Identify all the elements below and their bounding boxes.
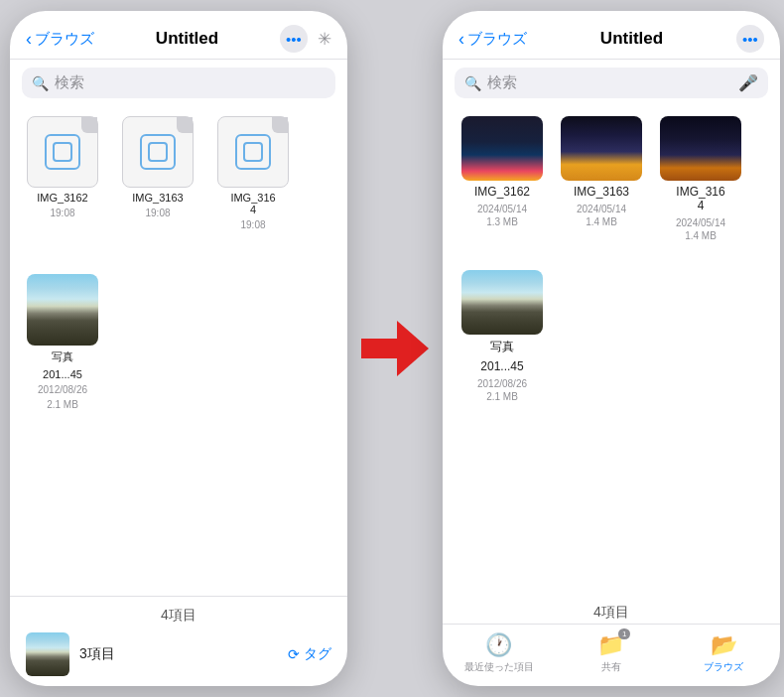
nav-item-recent[interactable]: 🕐 最近使った項目 <box>464 632 534 674</box>
more-options-button-right[interactable]: ••• <box>736 25 764 53</box>
back-label-right: ブラウズ <box>467 30 527 49</box>
back-label-left: ブラウズ <box>35 30 94 49</box>
right-header: ‹ ブラウズ Untitled ••• <box>443 11 780 60</box>
file-name-2: IMG_3163 <box>132 192 183 204</box>
search-placeholder-right: 検索 <box>487 73 732 92</box>
nav-label-shared: 共有 <box>601 660 621 674</box>
file-date-1: 19:08 <box>50 208 74 218</box>
list-item[interactable]: IMG_3162 2024/05/141.3 MB <box>458 116 546 242</box>
back-button-right[interactable]: ‹ ブラウズ <box>458 29 527 50</box>
right-title: Untitled <box>535 29 728 49</box>
shared-badge: 1 <box>618 628 630 639</box>
more-options-button-left[interactable]: ••• <box>280 25 308 53</box>
photo-size-left: 2.1 MB <box>47 399 78 410</box>
nav-item-browse[interactable]: 📂 ブラウズ <box>689 632 758 674</box>
nav-label-browse: ブラウズ <box>704 660 743 674</box>
photo-sub-left: 201...45 <box>43 368 82 380</box>
file-name-1: IMG_3162 <box>37 192 87 204</box>
file-grid-right: IMG_3162 2024/05/141.3 MB IMG_3163 2024/… <box>443 106 780 598</box>
list-item[interactable]: IMG_3164 2024/05/141.4 MB <box>657 116 744 242</box>
file-name-3: IMG_3164 <box>230 192 275 215</box>
item-count-right: 4項目 <box>443 598 780 624</box>
file-icon-3 <box>217 116 289 188</box>
file-date-r2: 2024/05/141.4 MB <box>577 203 626 228</box>
left-header-icons: ••• ✳ <box>280 25 331 53</box>
list-item[interactable]: IMG_3163 19:08 <box>117 116 198 230</box>
clock-icon: 🕐 <box>485 632 512 658</box>
left-title: Untitled <box>102 29 272 49</box>
right-phone: ‹ ブラウズ Untitled ••• 🔍 検索 🎤 IMG_316 <box>443 11 780 686</box>
file-date-r1: 2024/05/141.3 MB <box>477 203 527 228</box>
photo-name-right: 写真 <box>490 339 514 355</box>
list-item[interactable]: 写真 201...45 2012/08/26 2.1 MB <box>22 274 103 410</box>
file-date-r3: 2024/05/141.4 MB <box>676 216 725 242</box>
browse-icon: 📂 <box>711 632 737 658</box>
photo-date-right: 2012/08/262.1 MB <box>477 377 527 403</box>
file-icon-2 <box>122 116 194 188</box>
file-name-r2: IMG_3163 <box>574 185 629 199</box>
tag-label: タグ <box>304 645 331 663</box>
photo-name-left: 写真 <box>52 349 73 364</box>
nav-item-shared[interactable]: 📁 1 共有 <box>577 632 646 674</box>
file-date-2: 19:08 <box>145 208 170 218</box>
back-button-left[interactable]: ‹ ブラウズ <box>26 29 94 50</box>
bottom-thumbnail <box>26 632 69 676</box>
spinner-icon-left: ✳ <box>318 29 331 50</box>
search-icon-left: 🔍 <box>32 75 49 91</box>
photo-thumb-img3164 <box>660 116 741 181</box>
search-icon-right: 🔍 <box>464 75 481 91</box>
direction-arrow <box>365 321 425 376</box>
photo-thumb-street-right <box>461 270 543 335</box>
photo-thumb-img3162 <box>461 116 543 181</box>
list-item[interactable]: IMG_3162 19:08 <box>22 116 103 230</box>
right-header-icons: ••• <box>736 25 764 53</box>
photo-thumbnail-left <box>27 274 98 346</box>
list-item[interactable]: IMG_3164 19:08 <box>212 116 294 230</box>
file-icon-1 <box>27 116 98 188</box>
file-date-3: 19:08 <box>240 219 265 230</box>
chevron-left-icon: ‹ <box>26 29 32 50</box>
dots-icon-right: ••• <box>742 31 758 48</box>
search-bar-left[interactable]: 🔍 検索 <box>22 68 335 98</box>
tag-button[interactable]: ⟳ タグ <box>288 645 331 663</box>
mic-icon-right: 🎤 <box>738 73 758 92</box>
nav-label-recent: 最近使った項目 <box>464 660 534 674</box>
bottom-nav-right: 🕐 最近使った項目 📁 1 共有 📂 ブラウズ <box>443 624 780 686</box>
file-name-r3: IMG_3164 <box>676 185 724 212</box>
bottom-row-left: 3項目 ⟳ タグ <box>26 632 331 676</box>
file-grid-left: IMG_3162 19:08 IMG_3163 19:08 <box>10 106 347 596</box>
search-placeholder-left: 検索 <box>55 73 326 92</box>
photo-date-left: 2012/08/26 <box>38 384 87 395</box>
photo-thumb-img3163 <box>561 116 642 181</box>
photo-sub-right: 201...45 <box>480 359 523 373</box>
chevron-left-icon-right: ‹ <box>458 29 464 50</box>
list-item[interactable]: 写真 201...45 2012/08/262.1 MB <box>458 270 546 403</box>
left-phone: ‹ ブラウズ Untitled ••• ✳ 🔍 検索 <box>10 11 347 686</box>
item-count-left: 4項目 <box>26 607 331 625</box>
search-bar-right[interactable]: 🔍 検索 🎤 <box>455 68 768 98</box>
file-name-r1: IMG_3162 <box>474 185 530 199</box>
tag-icon: ⟳ <box>288 646 300 662</box>
bottom-bar-left: 4項目 3項目 ⟳ タグ <box>10 596 347 686</box>
left-header: ‹ ブラウズ Untitled ••• ✳ <box>10 11 347 60</box>
list-item[interactable]: IMG_3163 2024/05/141.4 MB <box>558 116 645 242</box>
bottom-items-label: 3項目 <box>79 645 278 663</box>
dots-icon-left: ••• <box>286 31 302 48</box>
